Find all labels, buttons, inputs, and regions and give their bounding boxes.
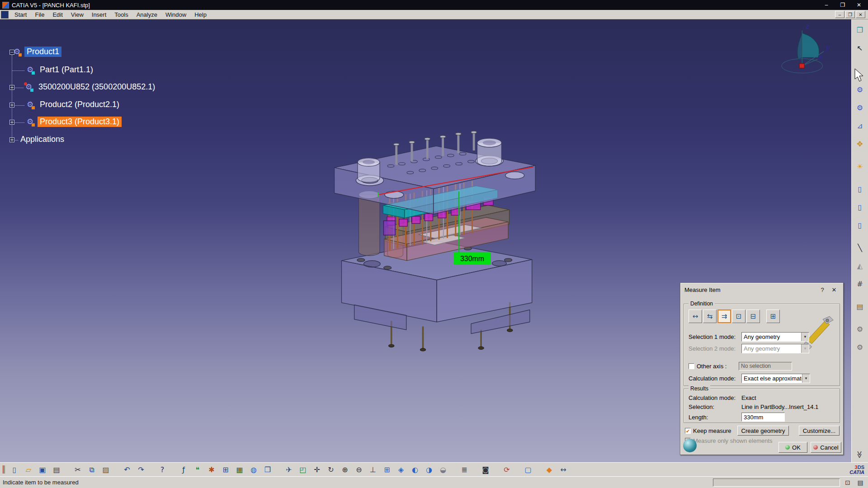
tree-item-product2[interactable]: ⚙ Product2 (Product2.1) — [25, 99, 122, 110]
power-input-toggle-icon[interactable]: ⊡ — [843, 478, 853, 487]
move-icon[interactable]: ✥ — [854, 138, 866, 150]
dialog-close-button[interactable]: ✕ — [829, 286, 839, 293]
catalog-browser-icon[interactable]: ◍ — [248, 464, 259, 475]
tree-expander-3500200u852[interactable]: + — [9, 85, 14, 90]
tree-item-label[interactable]: Part1 (Part1.1) — [38, 65, 95, 75]
tree-item-label[interactable]: Product2 (Product2.1) — [38, 99, 122, 110]
dialog-help-button[interactable]: ? — [817, 286, 827, 293]
menu-edit[interactable]: Edit — [48, 10, 66, 19]
keep-measure-checkbox[interactable]: ✔ — [685, 428, 691, 434]
zoom-out-icon[interactable]: ⊖ — [353, 464, 365, 475]
capture-icon[interactable]: ◙ — [480, 464, 491, 475]
new-document-icon[interactable]: ▯ — [9, 464, 20, 475]
component-icon[interactable]: ❒ — [262, 464, 274, 475]
measure-between-fan-icon[interactable]: ⇉ — [717, 310, 731, 323]
part-step-icon[interactable]: ⚙ — [24, 82, 33, 92]
multi-view-icon[interactable]: ⊞ — [381, 464, 393, 475]
restore-button[interactable]: ❐ — [836, 0, 849, 9]
chevron-down-icon[interactable]: ▼ — [801, 333, 809, 341]
menu-file[interactable]: File — [31, 10, 48, 19]
swap-visible-icon[interactable]: ◒ — [437, 464, 449, 475]
tree-expander-product2[interactable]: + — [9, 103, 14, 108]
menu-start[interactable]: Start — [10, 10, 31, 19]
menu-help[interactable]: Help — [190, 10, 211, 19]
length-input[interactable] — [741, 413, 785, 422]
spreadsheet-icon[interactable]: ⊞ — [220, 464, 231, 475]
tree-item-label[interactable]: Product3 (Product3.1) — [38, 117, 122, 127]
measure-inertia-icon[interactable]: ⊞ — [766, 310, 780, 323]
material-icon[interactable]: ◭ — [854, 260, 866, 272]
tree-item-3500200u852[interactable]: ⚙ 3500200U852 (3500200U852.1) — [24, 82, 157, 92]
measure-icon[interactable]: ↔ — [557, 464, 569, 475]
rule-icon[interactable]: ✱ — [206, 464, 217, 475]
copy-icon[interactable]: ⧉ — [86, 464, 98, 475]
specification-graph-icon[interactable]: ≣ — [458, 464, 470, 475]
pan-icon[interactable]: ✛ — [311, 464, 323, 475]
menu-view[interactable]: View — [67, 10, 88, 19]
formula-icon[interactable]: ƒ — [178, 464, 189, 475]
measure-item-icon[interactable]: ⊡ — [732, 310, 745, 323]
comment-icon[interactable]: ❝ — [192, 464, 203, 475]
mdi-close-button[interactable]: ✕ — [856, 11, 865, 18]
update-icon[interactable]: ⚙ — [854, 323, 866, 335]
select-arrow-icon[interactable]: ↖ — [854, 42, 866, 54]
toolbar-grip[interactable] — [3, 465, 5, 474]
screen-icon[interactable]: ▢ — [522, 464, 534, 475]
customize-button[interactable]: Customize... — [799, 426, 840, 436]
close-button[interactable]: ✕ — [852, 0, 866, 9]
tree-item-part1[interactable]: ⚙ Part1 (Part1.1) — [25, 65, 95, 75]
power-input-field[interactable] — [713, 479, 840, 487]
zoom-in-icon[interactable]: ⊕ — [339, 464, 351, 475]
context-help-icon[interactable]: ? — [156, 464, 168, 475]
component-gear-icon[interactable]: ⚙ — [854, 102, 866, 113]
mdi-restore-button[interactable]: ❐ — [845, 11, 855, 18]
workbench-icon[interactable] — [1, 11, 9, 19]
knowledge-icon[interactable]: ◆ — [543, 464, 555, 475]
light-icon[interactable]: ☀ — [854, 160, 866, 172]
line-tool-icon[interactable]: ╲ — [854, 242, 866, 253]
tree-item-applications[interactable]: Applications — [18, 134, 66, 145]
shading-icon[interactable]: ◐ — [409, 464, 421, 475]
hide-show-icon[interactable]: ◑ — [423, 464, 435, 475]
normal-view-icon[interactable]: ⊥ — [367, 464, 379, 475]
measure-between-icon[interactable]: ↔ — [689, 310, 702, 323]
menu-insert[interactable]: Insert — [88, 10, 111, 19]
mdi-minimize-button[interactable]: – — [835, 11, 844, 18]
design-table-icon[interactable]: ▦ — [234, 464, 245, 475]
menu-window[interactable]: Window — [161, 10, 190, 19]
measure-thickness-icon[interactable]: ⊟ — [746, 310, 760, 323]
iso-view-icon[interactable]: ◈ — [395, 464, 407, 475]
ok-button[interactable]: OK — [778, 442, 807, 453]
refresh-icon[interactable]: ⟳ — [501, 464, 513, 475]
chevron-down-icon[interactable]: ▼ — [802, 374, 810, 383]
paste-icon[interactable]: ▨ — [100, 464, 112, 475]
window-panel-icon-3[interactable]: ▯ — [854, 219, 866, 231]
menu-analyze[interactable]: Analyze — [132, 10, 161, 19]
print-icon[interactable]: ▤ — [51, 464, 62, 475]
constraint-icon[interactable]: ⊿ — [854, 120, 866, 131]
tree-item-product3[interactable]: ⚙ Product3 (Product3.1) — [25, 117, 122, 127]
rotate-icon[interactable]: ↻ — [325, 464, 337, 475]
snap-grid-icon[interactable]: # — [854, 278, 866, 290]
redo-icon[interactable]: ↷ — [135, 464, 147, 475]
tree-expander-product1[interactable]: − — [9, 50, 14, 55]
minimize-button[interactable]: – — [820, 0, 833, 9]
product-structure-icon[interactable]: ⚙ — [854, 84, 866, 95]
cut-icon[interactable]: ✂ — [72, 464, 84, 475]
fit-all-in-icon[interactable]: ◰ — [297, 464, 309, 475]
create-geometry-button[interactable]: Create geometry — [737, 426, 789, 436]
analysis-icon[interactable]: ⚙ — [854, 341, 866, 353]
catalog-icon[interactable]: ▤ — [854, 300, 866, 312]
calculation-mode-combo[interactable]: Exact else approximate ▼ — [741, 374, 810, 383]
tree-expander-applications[interactable]: + — [9, 137, 14, 142]
cancel-button[interactable]: Cancel — [811, 442, 841, 453]
undo-icon[interactable]: ↶ — [121, 464, 133, 475]
open-folder-icon[interactable]: ▱ — [23, 464, 34, 475]
product-icon[interactable]: ⚙ — [25, 117, 35, 127]
tree-item-label[interactable]: 3500200U852 (3500200U852.1) — [36, 82, 157, 92]
window-panel-icon-1[interactable]: ▯ — [854, 183, 866, 195]
tree-item-product1[interactable]: ⚙ Product1 — [12, 47, 61, 57]
clipboard-icon[interactable]: ▤ — [855, 478, 865, 487]
tree-item-label[interactable]: Product1 — [24, 47, 61, 57]
part-icon[interactable]: ⚙ — [25, 65, 35, 75]
